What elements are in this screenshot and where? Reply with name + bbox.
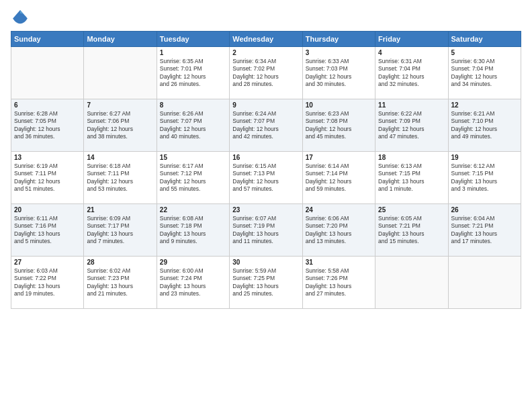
- calendar-cell: 21Sunrise: 6:09 AM Sunset: 7:17 PM Dayli…: [84, 204, 157, 257]
- calendar-cell: 23Sunrise: 6:07 AM Sunset: 7:19 PM Dayli…: [230, 204, 302, 257]
- calendar-week-row: 20Sunrise: 6:11 AM Sunset: 7:16 PM Dayli…: [11, 204, 521, 257]
- day-number: 17: [306, 154, 372, 161]
- day-detail: Sunrise: 6:27 AM Sunset: 7:06 PM Dayligh…: [87, 110, 153, 141]
- day-detail: Sunrise: 6:03 AM Sunset: 7:22 PM Dayligh…: [14, 267, 81, 298]
- day-detail: Sunrise: 5:59 AM Sunset: 7:25 PM Dayligh…: [232, 267, 299, 298]
- calendar-cell: 28Sunrise: 6:02 AM Sunset: 7:23 PM Dayli…: [84, 257, 157, 309]
- day-number: 15: [160, 154, 226, 161]
- day-detail: Sunrise: 6:28 AM Sunset: 7:05 PM Dayligh…: [14, 110, 81, 141]
- day-number: 18: [378, 154, 445, 161]
- logo-icon: [11, 8, 30, 27]
- calendar-cell: 2Sunrise: 6:34 AM Sunset: 7:02 PM Daylig…: [230, 47, 302, 99]
- weekday-header-cell: Friday: [375, 32, 448, 47]
- calendar-cell: 25Sunrise: 6:05 AM Sunset: 7:21 PM Dayli…: [375, 204, 448, 257]
- day-detail: Sunrise: 6:34 AM Sunset: 7:02 PM Dayligh…: [232, 58, 299, 89]
- day-detail: Sunrise: 6:26 AM Sunset: 7:07 PM Dayligh…: [160, 110, 226, 141]
- day-number: 12: [451, 101, 518, 109]
- day-detail: Sunrise: 6:13 AM Sunset: 7:15 PM Dayligh…: [378, 163, 445, 193]
- day-detail: Sunrise: 6:21 AM Sunset: 7:10 PM Dayligh…: [451, 110, 518, 141]
- day-detail: Sunrise: 6:23 AM Sunset: 7:08 PM Dayligh…: [306, 110, 372, 141]
- calendar-cell: 17Sunrise: 6:14 AM Sunset: 7:14 PM Dayli…: [302, 152, 375, 204]
- calendar-cell: 6Sunrise: 6:28 AM Sunset: 7:05 PM Daylig…: [11, 99, 84, 152]
- day-detail: Sunrise: 6:06 AM Sunset: 7:20 PM Dayligh…: [306, 215, 372, 246]
- day-detail: Sunrise: 6:35 AM Sunset: 7:01 PM Dayligh…: [160, 58, 226, 89]
- weekday-header-cell: Monday: [84, 32, 157, 47]
- calendar-cell: 8Sunrise: 6:26 AM Sunset: 7:07 PM Daylig…: [157, 99, 229, 152]
- calendar-cell: 16Sunrise: 6:15 AM Sunset: 7:13 PM Dayli…: [230, 152, 302, 204]
- day-detail: Sunrise: 6:18 AM Sunset: 7:11 PM Dayligh…: [87, 163, 153, 193]
- day-number: 27: [14, 259, 81, 266]
- calendar-table: SundayMondayTuesdayWednesdayThursdayFrid…: [11, 31, 521, 309]
- day-number: 7: [87, 101, 153, 109]
- calendar-cell: 7Sunrise: 6:27 AM Sunset: 7:06 PM Daylig…: [84, 99, 157, 152]
- day-detail: Sunrise: 6:33 AM Sunset: 7:03 PM Dayligh…: [306, 58, 372, 89]
- day-number: 9: [232, 101, 299, 109]
- calendar-cell: 10Sunrise: 6:23 AM Sunset: 7:08 PM Dayli…: [302, 99, 375, 152]
- calendar-week-row: 1Sunrise: 6:35 AM Sunset: 7:01 PM Daylig…: [11, 47, 521, 99]
- day-number: 16: [232, 154, 299, 161]
- day-number: 31: [306, 259, 372, 266]
- day-number: 11: [378, 101, 445, 109]
- calendar-cell: 14Sunrise: 6:18 AM Sunset: 7:11 PM Dayli…: [84, 152, 157, 204]
- calendar-cell: 30Sunrise: 5:59 AM Sunset: 7:25 PM Dayli…: [230, 257, 302, 309]
- day-detail: Sunrise: 6:09 AM Sunset: 7:17 PM Dayligh…: [87, 215, 153, 246]
- header: [11, 8, 521, 27]
- day-detail: Sunrise: 6:24 AM Sunset: 7:07 PM Dayligh…: [232, 110, 299, 141]
- day-detail: Sunrise: 6:15 AM Sunset: 7:13 PM Dayligh…: [232, 163, 299, 193]
- calendar-cell: 5Sunrise: 6:30 AM Sunset: 7:04 PM Daylig…: [448, 47, 521, 99]
- day-detail: Sunrise: 6:11 AM Sunset: 7:16 PM Dayligh…: [14, 215, 81, 246]
- day-number: 24: [306, 206, 372, 214]
- day-number: 3: [306, 49, 372, 56]
- calendar-cell: [448, 257, 521, 309]
- calendar-cell: 27Sunrise: 6:03 AM Sunset: 7:22 PM Dayli…: [11, 257, 84, 309]
- day-detail: Sunrise: 6:04 AM Sunset: 7:21 PM Dayligh…: [451, 215, 518, 246]
- day-detail: Sunrise: 6:31 AM Sunset: 7:04 PM Dayligh…: [378, 58, 445, 89]
- logo: [11, 8, 32, 27]
- calendar-week-row: 13Sunrise: 6:19 AM Sunset: 7:11 PM Dayli…: [11, 152, 521, 204]
- calendar-cell: 11Sunrise: 6:22 AM Sunset: 7:09 PM Dayli…: [375, 99, 448, 152]
- day-number: 10: [306, 101, 372, 109]
- day-number: 1: [160, 49, 226, 56]
- day-detail: Sunrise: 6:05 AM Sunset: 7:21 PM Dayligh…: [378, 215, 445, 246]
- calendar-cell: 18Sunrise: 6:13 AM Sunset: 7:15 PM Dayli…: [375, 152, 448, 204]
- weekday-header-cell: Sunday: [11, 32, 84, 47]
- day-detail: Sunrise: 6:02 AM Sunset: 7:23 PM Dayligh…: [87, 267, 153, 298]
- day-number: 25: [378, 206, 445, 214]
- calendar-cell: 29Sunrise: 6:00 AM Sunset: 7:24 PM Dayli…: [157, 257, 229, 309]
- weekday-header-cell: Tuesday: [157, 32, 229, 47]
- calendar-cell: [84, 47, 157, 99]
- calendar-cell: 22Sunrise: 6:08 AM Sunset: 7:18 PM Dayli…: [157, 204, 229, 257]
- day-number: 6: [14, 101, 81, 109]
- day-number: 30: [232, 259, 299, 266]
- day-detail: Sunrise: 6:08 AM Sunset: 7:18 PM Dayligh…: [160, 215, 226, 246]
- calendar-cell: 24Sunrise: 6:06 AM Sunset: 7:20 PM Dayli…: [302, 204, 375, 257]
- day-detail: Sunrise: 6:22 AM Sunset: 7:09 PM Dayligh…: [378, 110, 445, 141]
- day-number: 2: [232, 49, 299, 56]
- calendar-cell: 13Sunrise: 6:19 AM Sunset: 7:11 PM Dayli…: [11, 152, 84, 204]
- day-detail: Sunrise: 6:12 AM Sunset: 7:15 PM Dayligh…: [451, 163, 518, 193]
- calendar-cell: [11, 47, 84, 99]
- day-number: 21: [87, 206, 153, 214]
- page: SundayMondayTuesdayWednesdayThursdayFrid…: [0, 0, 532, 314]
- day-number: 26: [451, 206, 518, 214]
- day-detail: Sunrise: 6:30 AM Sunset: 7:04 PM Dayligh…: [451, 58, 518, 89]
- calendar-cell: 19Sunrise: 6:12 AM Sunset: 7:15 PM Dayli…: [448, 152, 521, 204]
- day-number: 5: [451, 49, 518, 56]
- calendar-cell: 9Sunrise: 6:24 AM Sunset: 7:07 PM Daylig…: [230, 99, 302, 152]
- day-detail: Sunrise: 6:07 AM Sunset: 7:19 PM Dayligh…: [232, 215, 299, 246]
- day-detail: Sunrise: 6:19 AM Sunset: 7:11 PM Dayligh…: [14, 163, 81, 193]
- day-number: 8: [160, 101, 226, 109]
- weekday-header-cell: Thursday: [302, 32, 375, 47]
- day-number: 14: [87, 154, 153, 161]
- day-number: 19: [451, 154, 518, 161]
- calendar-week-row: 27Sunrise: 6:03 AM Sunset: 7:22 PM Dayli…: [11, 257, 521, 309]
- day-number: 22: [160, 206, 226, 214]
- calendar-cell: 12Sunrise: 6:21 AM Sunset: 7:10 PM Dayli…: [448, 99, 521, 152]
- day-number: 23: [232, 206, 299, 214]
- calendar-cell: 26Sunrise: 6:04 AM Sunset: 7:21 PM Dayli…: [448, 204, 521, 257]
- calendar-cell: 4Sunrise: 6:31 AM Sunset: 7:04 PM Daylig…: [375, 47, 448, 99]
- weekday-header-row: SundayMondayTuesdayWednesdayThursdayFrid…: [11, 32, 521, 47]
- weekday-header-cell: Saturday: [448, 32, 521, 47]
- day-number: 20: [14, 206, 81, 214]
- calendar-cell: 15Sunrise: 6:17 AM Sunset: 7:12 PM Dayli…: [157, 152, 229, 204]
